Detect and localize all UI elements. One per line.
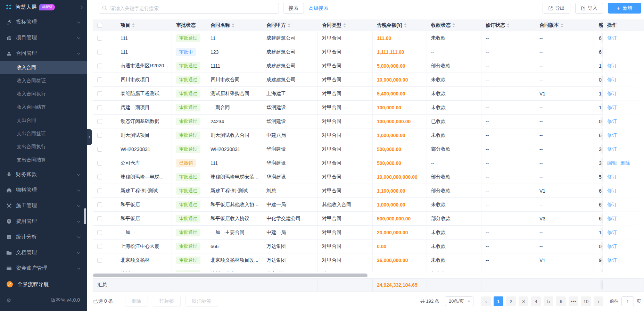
row-checkbox[interactable] [97,64,102,68]
row-checkbox[interactable] [97,202,102,207]
column-header-type[interactable]: 合同类型 [318,19,373,31]
delete-button[interactable]: 删除 [125,296,148,307]
action-link-revise[interactable]: 修订 [607,229,617,236]
row-checkbox[interactable] [97,91,102,96]
column-header-payment[interactable]: 收款状态 [427,19,481,31]
page-button-5[interactable]: 5 [544,296,553,306]
sidebar-subitem-2-7[interactable]: 支出合同结算 [0,153,87,167]
action-link-edit[interactable]: 编辑 [607,160,617,166]
gear-icon[interactable]: ⚙ [6,297,11,304]
row-checkbox[interactable] [97,36,102,41]
row-checkbox[interactable] [97,230,102,235]
row-checkbox[interactable] [97,133,102,138]
page-button-1[interactable]: 1 [494,296,503,306]
action-link-revise[interactable]: 修订 [607,63,617,69]
column-header-version[interactable]: 合同版本 [535,19,594,31]
sort-caret-icon[interactable] [132,23,135,27]
action-link-revise[interactable]: 修订 [607,132,617,138]
search-button[interactable]: 搜索 [283,3,304,14]
action-link-revise[interactable]: 修订 [607,118,617,125]
action-link-revise[interactable]: 修订 [607,257,617,263]
action-link-revise[interactable]: 修订 [607,77,617,83]
sidebar-subitem-2-1[interactable]: 收入合同签证 [0,74,87,87]
page-size-select[interactable]: 20条/页 [445,296,473,306]
action-link-revise[interactable]: 修订 [607,104,617,111]
page-button-6[interactable]: 6 [556,296,566,306]
advanced-search-link[interactable]: 高级搜索 [309,3,328,14]
cell-approval: 审批通过 [172,128,206,142]
sidebar-subitem-2-0[interactable]: 收入合同 [0,61,87,74]
sidebar-item-2[interactable]: 合同管理 [0,45,87,61]
sidebar-item-9[interactable]: 资金账户管理 [0,260,87,276]
sidebar-item-0[interactable]: 投标管理 [0,14,87,30]
sidebar-subitem-2-3[interactable]: 收入合同结算 [0,101,87,114]
sidebar-subitem-2-4[interactable]: 支出合同 [0,114,87,127]
page-button-10[interactable]: 10 [581,296,591,306]
page-ellipsis[interactable]: ••• [569,296,578,306]
action-link-revise[interactable]: 修订 [607,35,617,41]
row-checkbox[interactable] [97,258,102,263]
column-header-party[interactable]: 合同甲方 [262,19,318,31]
sort-caret-icon[interactable] [232,23,234,27]
column-header-amount[interactable]: 含税金额(¥) [373,19,427,31]
row-checkbox[interactable] [97,188,102,193]
sidebar-item-5[interactable]: 施工管理 [0,198,87,213]
page-button-3[interactable]: 3 [519,296,528,306]
goto-page-input[interactable]: 1 [621,296,634,306]
sort-caret-icon[interactable] [452,23,455,27]
sidebar-item-8[interactable]: 文档管理 [0,245,87,260]
row-checkbox[interactable] [97,105,102,110]
horizontal-scrollbar-thumb[interactable] [93,274,368,277]
row-checkbox[interactable] [97,161,102,166]
column-header-name[interactable]: 合同名称 [206,19,262,31]
action-link-revise[interactable]: 修订 [607,216,617,222]
untag-button[interactable]: 取消标签 [185,296,218,307]
row-checkbox[interactable] [97,147,102,152]
sidebar-subitem-2-2[interactable]: 收入合同执行 [0,87,87,101]
tag-button[interactable]: 打标签 [153,296,181,307]
sidebar-collapse-toggle[interactable] [87,129,92,145]
sidebar-item-3[interactable]: ¥财务账款 [0,167,87,182]
import-button[interactable]: 导入 [575,3,603,14]
action-link-revise[interactable]: 修订 [607,188,617,194]
sort-caret-icon[interactable] [507,23,510,27]
cell-revision: -- [481,267,535,272]
prev-page-button[interactable]: ‹ [481,296,491,306]
sort-caret-icon[interactable] [404,23,407,27]
row-checkbox[interactable] [97,216,102,221]
row-checkbox[interactable] [97,244,102,249]
sidebar-subitem-2-6[interactable]: 支出合同执行 [0,140,87,153]
row-checkbox[interactable] [97,119,102,124]
sidebar-subitem-2-5[interactable]: 支出合同签证 [0,127,87,140]
page-button-4[interactable]: 4 [531,296,541,306]
add-button[interactable]: + 新增 [608,3,641,14]
next-page-button[interactable]: › [594,296,603,306]
sidebar-item-7[interactable]: 统计分析 [0,229,87,245]
select-all-checkbox[interactable] [97,23,102,28]
sidebar-brand[interactable]: 智慧大屏 旗舰版 [0,0,87,14]
sidebar-scrollbar-thumb[interactable] [84,208,86,224]
column-header-project[interactable]: 项目 [116,19,172,31]
action-link-revise[interactable]: 修订 [607,243,617,250]
action-link-revise[interactable]: 修订 [607,91,617,97]
export-button[interactable]: 导出 [543,3,570,14]
row-checkbox[interactable] [97,77,102,82]
sidebar-item-process-navigation[interactable]: 全景流程导航 [0,276,87,292]
sort-caret-icon[interactable] [343,23,346,27]
action-link-revise[interactable]: 修订 [607,146,617,152]
page-button-2[interactable]: 2 [506,296,516,306]
action-link-delete[interactable]: 删除 [620,160,630,166]
search-input[interactable] [99,3,279,14]
action-link-revise[interactable]: 修订 [607,174,617,180]
row-checkbox[interactable] [97,175,102,179]
column-header-revision[interactable]: 修订状态 [481,19,535,31]
sidebar-item-6[interactable]: ¥费用管理 [0,213,87,229]
sidebar-item-1[interactable]: 项目管理 [0,30,87,45]
row-checkbox[interactable] [97,272,102,272]
action-link-revise[interactable]: 修订 [607,271,617,272]
row-checkbox[interactable] [97,50,102,54]
sidebar-item-4[interactable]: 物料管理 [0,182,87,198]
action-link-revise[interactable]: 修订 [607,202,617,208]
sort-caret-icon[interactable] [288,23,290,27]
sort-caret-icon[interactable] [561,23,563,27]
